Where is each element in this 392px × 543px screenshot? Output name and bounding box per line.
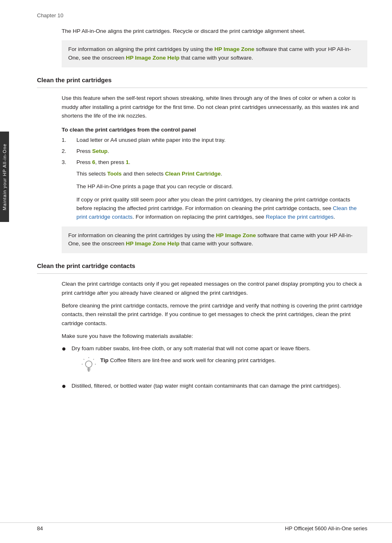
bullet-2-text: Distilled, filtered, or bottled water (t… — [71, 383, 341, 389]
tip-content: Coffee filters are lint-free and work we… — [110, 357, 276, 363]
svg-line-2 — [93, 359, 94, 360]
bullet-1-text: Dry foam rubber swabs, lint-free cloth, … — [71, 345, 311, 351]
tip-text: Tip Coffee filters are lint-free and wor… — [100, 356, 276, 365]
step-1-num: 1. — [62, 136, 76, 145]
clean-cartridge-link[interactable]: Clean Print Cartridge — [165, 171, 221, 177]
tip-box: Tip Coffee filters are lint-free and wor… — [81, 356, 367, 374]
step-3-num: 3. — [62, 158, 76, 167]
step-1-text: Load letter or A4 unused plain white pap… — [76, 136, 367, 145]
page-footer: 84 HP Officejet 5600 All-in-One series — [0, 522, 392, 531]
section2-paragraph1: Clean the print cartridge contacts only … — [62, 280, 367, 297]
section1-heading: Clean the print cartridges — [37, 76, 367, 83]
intro-paragraph: The HP All-in-One aligns the print cartr… — [62, 27, 367, 35]
tip-label: Tip — [100, 357, 108, 363]
section1-rule — [37, 88, 367, 88]
footer-product-name: HP Officejet 5600 All-in-One series — [285, 525, 367, 531]
step-2: 2. Press Setup. — [62, 147, 367, 156]
step-3-text: Press 6, then press 1. — [76, 158, 367, 167]
step-1: 1. Load letter or A4 unused plain white … — [62, 136, 367, 145]
step-3-link2[interactable]: 1 — [126, 159, 129, 165]
step-3-indent-line3: If copy or print quality still seem poor… — [76, 195, 367, 222]
step-2-num: 2. — [62, 147, 76, 156]
note-box-1-link1[interactable]: HP Image Zone — [214, 46, 254, 52]
step-3-indent: This selects Tools and then selects Clea… — [76, 169, 367, 222]
step-3-link1[interactable]: 6 — [92, 159, 95, 165]
note-box-1-text-before: For information on aligning the print ca… — [68, 46, 214, 52]
svg-line-1 — [84, 359, 85, 360]
intro-section: The HP All-in-One aligns the print cartr… — [62, 27, 367, 67]
note-box-2-link1[interactable]: HP Image Zone — [216, 232, 256, 238]
bullet-1-content: Dry foam rubber swabs, lint-free cloth, … — [71, 344, 367, 378]
note-box-2-text-end: that came with your software. — [180, 240, 253, 247]
section2-paragraph3: Make sure you have the following materia… — [62, 332, 367, 340]
step-2-link[interactable]: Setup — [92, 148, 108, 154]
chapter-label: Chapter 10 — [37, 12, 367, 18]
step-3: 3. Press 6, then press 1. — [62, 158, 367, 167]
section2-rule — [37, 273, 367, 274]
note-box-1-link2[interactable]: HP Image Zone Help — [126, 55, 179, 61]
sidebar-tab: Maintain your HP All-in-One — [0, 132, 9, 222]
note-box-2-link2[interactable]: HP Image Zone Help — [126, 240, 179, 247]
bullet-item-2: ● Distilled, filtered, or bottled water … — [62, 382, 367, 391]
sidebar-label: Maintain your HP All-in-One — [2, 143, 7, 210]
svg-point-5 — [85, 361, 92, 367]
bullet-2-icon: ● — [62, 382, 71, 391]
section1-sub-heading: To clean the print cartridges from the c… — [62, 127, 367, 133]
tip-icon — [81, 357, 96, 374]
tools-link[interactable]: Tools — [107, 171, 122, 177]
note-box-2: For information on cleaning the print ca… — [62, 226, 367, 254]
footer-page-number: 84 — [37, 525, 43, 531]
step-2-text: Press Setup. — [76, 147, 367, 156]
section2-content: Clean the print cartridge contacts only … — [62, 280, 367, 390]
replace-cartridges-link[interactable]: Replace the print cartridges — [266, 214, 334, 220]
section2-heading: Clean the print cartridge contacts — [37, 262, 367, 269]
section1-paragraph1: Use this feature when the self-test repo… — [62, 94, 367, 120]
bullet-item-1: ● Dry foam rubber swabs, lint-free cloth… — [62, 344, 367, 378]
bullet-2-content: Distilled, filtered, or bottled water (t… — [71, 382, 367, 390]
note-box-2-text-before: For information on cleaning the print ca… — [68, 232, 216, 238]
bullet-1-icon: ● — [62, 344, 71, 354]
note-box-1-text-end: that came with your software. — [180, 55, 253, 61]
note-box-1: For information on aligning the print ca… — [62, 40, 367, 67]
bullet-list: ● Dry foam rubber swabs, lint-free cloth… — [62, 344, 367, 391]
step-3-indent-line1: This selects Tools and then selects Clea… — [76, 169, 367, 178]
section1-content: Use this feature when the self-test repo… — [62, 94, 367, 253]
section2-paragraph2: Before cleaning the print cartridge cont… — [62, 301, 367, 328]
page-container: Maintain your HP All-in-One Chapter 10 T… — [0, 0, 392, 543]
step-3-indent-line2: The HP All-in-One prints a page that you… — [76, 182, 367, 191]
steps-list: 1. Load letter or A4 unused plain white … — [62, 136, 367, 167]
